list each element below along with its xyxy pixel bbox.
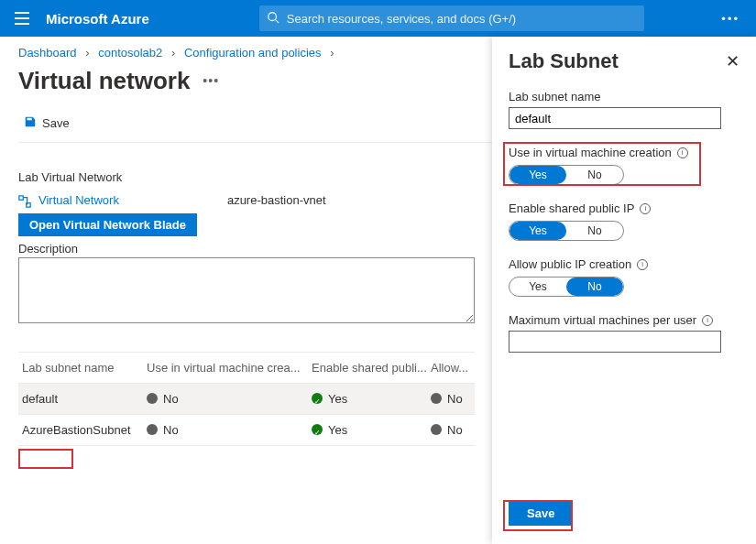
shared-ip-yes[interactable]: Yes [509,222,566,240]
field-allow-ip: Allow public IP creation i Yes No [509,257,740,297]
subnet-table: Lab subnet name Use in virtual machine c… [18,352,475,446]
allow-ip-label-text: Allow public IP creation [509,257,631,271]
use-vm-label: Use in virtual machine creation i [509,146,740,159]
svg-rect-0 [15,12,29,14]
info-icon[interactable]: i [640,203,651,214]
highlight-default-row [18,449,73,469]
global-search-input[interactable] [259,5,644,31]
allow-ip-yes[interactable]: Yes [509,277,566,296]
page-title-overflow-icon[interactable]: ••• [203,73,219,88]
shared-ip-no[interactable]: No [566,222,623,240]
table-cell: ✓Yes [312,423,431,437]
info-icon[interactable]: i [637,259,648,270]
cell-text: No [163,392,179,406]
max-vm-label: Maximum virtual machines per user i [509,313,740,327]
svg-rect-2 [15,23,29,25]
field-use-vm: Use in virtual machine creation i Yes No [509,146,740,185]
svg-point-3 [268,13,277,21]
use-vm-yes[interactable]: Yes [509,166,566,184]
breadcrumb-sep: › [85,46,89,60]
status-icon-yes: ✓ [312,424,323,435]
page-title: Virtual network [18,67,190,95]
field-subnet-name: Lab subnet name [509,90,740,129]
allow-ip-label: Allow public IP creation i [509,257,740,271]
field-shared-ip: Enable shared public IP i Yes No [509,201,740,241]
search-wrap [259,5,644,31]
status-icon-no [431,393,442,404]
cell-text: No [447,392,463,406]
breadcrumb-config[interactable]: Configuration and policies [184,46,322,60]
col-shared-ip[interactable]: Enable shared publi... [312,361,431,375]
vnet-link-icon [18,193,31,208]
field-max-vm: Maximum virtual machines per user i [509,313,740,353]
allow-ip-toggle[interactable]: Yes No [509,277,624,297]
table-cell: No [147,392,312,406]
cell-subnet-name: default [18,392,147,406]
shared-ip-label: Enable shared public IP i [509,201,740,215]
top-overflow-icon[interactable]: ••• [721,12,740,26]
max-vm-input[interactable] [509,331,721,353]
allow-ip-no[interactable]: No [566,277,623,296]
breadcrumb-sep: › [171,46,175,60]
table-cell: No [147,423,312,437]
status-icon-yes: ✓ [312,393,323,404]
table-row[interactable]: defaultNo✓YesNo [18,384,475,415]
svg-line-4 [275,20,279,24]
vnet-link-label[interactable]: Virtual Network [38,193,119,207]
cell-text: No [447,423,463,437]
panel-save-button[interactable]: Save [509,501,573,526]
save-icon [24,115,37,131]
cell-text: No [163,423,179,437]
subnet-name-label: Lab subnet name [509,90,740,103]
status-icon-no [431,424,442,435]
breadcrumb-lab[interactable]: contosolab2 [98,46,162,60]
svg-rect-5 [19,195,23,199]
use-vm-toggle[interactable]: Yes No [509,165,624,185]
col-use-vm[interactable]: Use in virtual machine crea... [147,361,312,375]
cell-text: Yes [328,423,347,437]
vnet-value: azure-bastion-vnet [227,193,326,207]
status-icon-no [147,393,158,404]
col-allow[interactable]: Allow... [431,361,475,375]
svg-rect-1 [15,17,29,19]
top-bar: Microsoft Azure ••• [0,0,756,37]
status-icon-no [147,424,158,435]
use-vm-no[interactable]: No [566,166,623,184]
shared-ip-label-text: Enable shared public IP [509,201,634,215]
table-row[interactable]: AzureBastionSubnetNo✓YesNo [18,415,475,446]
info-icon[interactable]: i [702,315,713,326]
col-subnet-name[interactable]: Lab subnet name [18,361,147,375]
save-button-label: Save [42,116,70,130]
info-icon[interactable]: i [677,147,688,158]
max-vm-label-text: Maximum virtual machines per user [509,313,696,327]
cell-subnet-name: AzureBastionSubnet [18,423,147,437]
cell-text: Yes [328,392,347,406]
use-vm-label-text: Use in virtual machine creation [509,146,672,159]
description-input[interactable] [18,257,475,323]
lab-subnet-panel: Lab Subnet ✕ Lab subnet name Use in virt… [492,37,756,544]
breadcrumb-sep: › [330,46,334,60]
panel-title: Lab Subnet [509,49,619,73]
table-cell: No [431,423,475,437]
brand-label: Microsoft Azure [46,11,149,27]
table-head: Lab subnet name Use in virtual machine c… [18,353,475,384]
save-button[interactable]: Save [18,112,75,135]
shared-ip-toggle[interactable]: Yes No [509,221,624,241]
subnet-name-input[interactable] [509,107,721,129]
breadcrumb-dashboard[interactable]: Dashboard [18,46,77,60]
table-cell: No [431,392,475,406]
table-cell: ✓Yes [312,392,431,406]
hamburger-menu-icon[interactable] [9,5,35,31]
open-vnet-blade-button[interactable]: Open Virtual Network Blade [18,213,197,236]
search-icon [267,11,279,27]
panel-head: Lab Subnet ✕ [509,49,740,73]
close-icon[interactable]: ✕ [726,51,740,71]
